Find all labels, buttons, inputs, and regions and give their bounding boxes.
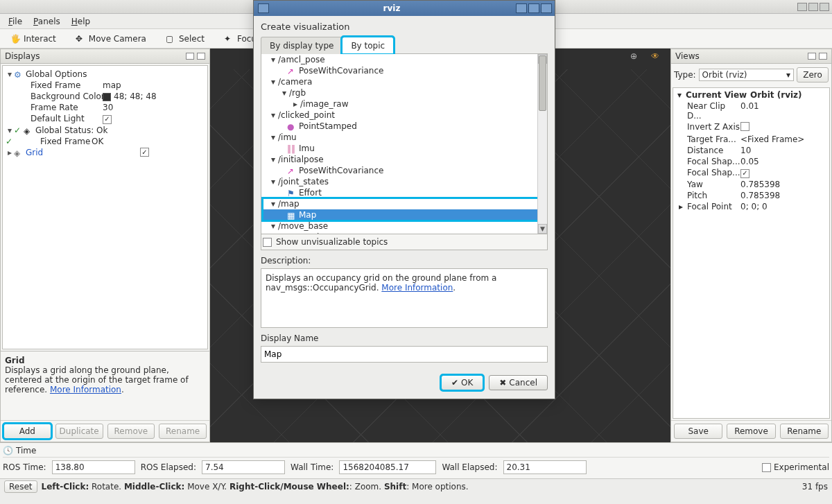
topic-initialpose[interactable]: /initialpose xyxy=(278,155,324,164)
focal-point-value[interactable]: 0; 0; 0 xyxy=(740,202,828,211)
views-panel-header: Views xyxy=(671,49,831,64)
display-name-input[interactable] xyxy=(261,346,548,363)
topic-clicked-point[interactable]: /clicked_point xyxy=(278,110,335,120)
fixed-frame-key: Fixed Frame xyxy=(6,80,103,90)
displays-title: Displays xyxy=(5,51,40,61)
experimental-check[interactable] xyxy=(762,463,771,472)
display-description: Grid Displays a grid along the ground pl… xyxy=(1,351,209,420)
bg-color-value[interactable]: 48; 48; 48 xyxy=(103,92,205,101)
target-frame-value[interactable]: <Fixed Frame> xyxy=(740,134,828,144)
topic-effort[interactable]: Effort xyxy=(299,188,322,198)
topic-map-type[interactable]: Map xyxy=(299,210,316,220)
views-save-button[interactable]: Save xyxy=(674,424,722,439)
eye-icon[interactable]: 👁 xyxy=(651,51,664,64)
topic-move-base[interactable]: /move_base xyxy=(278,221,328,231)
panel-close-icon[interactable] xyxy=(819,53,827,60)
dialog-titlebar[interactable]: rviz xyxy=(254,1,555,16)
topic-posewithcov2[interactable]: PoseWithCovariance xyxy=(299,166,383,175)
yaw-value[interactable]: 0.785398 xyxy=(740,180,828,189)
topic-imu[interactable]: /imu xyxy=(278,132,297,142)
yaw-key: Yaw xyxy=(675,180,740,189)
tab-by-display-type[interactable]: By display type xyxy=(261,37,343,54)
add-button[interactable]: Add xyxy=(3,424,51,439)
maximize-icon[interactable] xyxy=(808,3,818,11)
minimize-icon[interactable] xyxy=(797,3,807,11)
topic-image-raw[interactable]: /image_raw xyxy=(300,99,349,109)
move-camera-button[interactable]: ✥Move Camera xyxy=(69,31,153,46)
dialog-maximize-icon[interactable] xyxy=(528,3,539,13)
remove-button[interactable]: Remove xyxy=(107,424,155,439)
topic-amcl-pose[interactable]: /amcl_pose xyxy=(278,55,325,64)
select-button[interactable]: ▢Select xyxy=(159,31,211,46)
displays-tree[interactable]: ▾⚙Global Options Fixed Framemap Backgrou… xyxy=(2,65,208,349)
camera-preset-icon[interactable]: ⊕ xyxy=(630,51,643,64)
default-light-check[interactable]: ✓ xyxy=(103,114,205,124)
fixed-frame-value[interactable]: map xyxy=(103,80,205,90)
views-rename-button[interactable]: Rename xyxy=(780,424,829,439)
topic-imu-type[interactable]: Imu xyxy=(299,144,315,153)
rename-button[interactable]: Rename xyxy=(159,424,207,439)
ros-time-label: ROS Time: xyxy=(3,462,46,472)
focal-shape-fixed-check[interactable]: ✓ xyxy=(740,168,828,178)
wall-elapsed-value[interactable]: 20.31 xyxy=(503,460,587,474)
grid-item[interactable]: Grid xyxy=(26,148,43,157)
views-remove-button[interactable]: Remove xyxy=(727,424,775,439)
global-status[interactable]: Global Status: Ok xyxy=(35,125,108,135)
current-view-value: Orbit (rviz) xyxy=(750,90,828,100)
zero-button[interactable]: Zero xyxy=(797,67,829,82)
topic-posewithcov[interactable]: PoseWithCovariance xyxy=(299,66,383,76)
dialog-close-icon[interactable] xyxy=(541,3,552,13)
menu-help[interactable]: HelpHelp xyxy=(67,15,94,28)
panel-undock-icon[interactable] xyxy=(186,53,194,60)
topic-camera[interactable]: /camera xyxy=(278,77,312,87)
topic-pointstamped[interactable]: PointStamped xyxy=(299,121,357,131)
menu-panels[interactable]: PanelsPanels xyxy=(29,15,64,28)
wall-time-value[interactable]: 1568204085.17 xyxy=(339,460,436,474)
frame-rate-value[interactable]: 30 xyxy=(103,103,205,112)
interact-button[interactable]: 🖐Interact xyxy=(4,31,62,46)
topic-tree[interactable]: ▾/amcl_pose ↗PoseWithCovariance ▾/camera… xyxy=(261,54,548,234)
scroll-down-icon[interactable]: ▼ xyxy=(538,224,547,234)
ok-icon: ✔ xyxy=(451,378,458,388)
ros-time-value[interactable]: 138.80 xyxy=(52,460,135,474)
show-unvisualizable-check[interactable] xyxy=(263,238,272,247)
scroll-thumb[interactable] xyxy=(539,55,546,111)
fixed-frame-status-key: Fixed Frame xyxy=(15,137,92,146)
pitch-value[interactable]: 0.785398 xyxy=(740,191,828,200)
panel-close-icon[interactable] xyxy=(197,53,205,60)
menu-file[interactable]: FFileile xyxy=(4,15,26,28)
dialog-heading: Create visualization xyxy=(261,21,548,32)
duplicate-button[interactable]: Duplicate xyxy=(55,424,103,439)
current-view-key[interactable]: Current View xyxy=(684,90,750,100)
imu-icon: ‖‖ xyxy=(287,144,297,153)
statusbar: Reset Left-Click: Rotate. Middle-Click: … xyxy=(0,478,832,494)
grid-enable-check[interactable]: ✓ xyxy=(140,148,149,157)
focal-point-key[interactable]: Focal Point xyxy=(686,202,740,211)
topic-rgb[interactable]: /rgb xyxy=(289,88,306,98)
fixed-frame-status-value: OK xyxy=(92,137,205,146)
distance-value[interactable]: 10 xyxy=(740,146,828,155)
focal-shape-size-value[interactable]: 0.05 xyxy=(740,157,828,166)
views-tree[interactable]: ▾Current ViewOrbit (rviz) Near Clip D...… xyxy=(673,87,830,419)
scrollbar[interactable]: ▲ ▼ xyxy=(537,54,547,234)
cancel-button[interactable]: ✖Cancel xyxy=(489,375,548,390)
topic-dwa[interactable]: /DWAPlannerROS xyxy=(289,232,361,234)
dialog-minimize-icon[interactable] xyxy=(516,3,527,13)
more-info-link[interactable]: More Information xyxy=(50,385,121,394)
hand-icon: 🖐 xyxy=(10,34,20,44)
pitch-key: Pitch xyxy=(675,191,740,200)
view-type-select[interactable]: Orbit (rviz)▾ xyxy=(699,69,794,81)
close-icon[interactable] xyxy=(820,3,829,11)
topic-joint-states[interactable]: /joint_states xyxy=(278,177,329,186)
ros-elapsed-value[interactable]: 7.54 xyxy=(202,460,285,474)
invert-z-check[interactable] xyxy=(740,122,828,133)
near-clip-value[interactable]: 0.01 xyxy=(740,101,828,121)
tab-by-topic[interactable]: By topic xyxy=(342,37,394,54)
reset-button[interactable]: Reset xyxy=(4,480,37,493)
ok-button[interactable]: ✔OK xyxy=(441,375,483,390)
pose-icon: ↗ xyxy=(287,166,297,175)
global-options[interactable]: Global Options xyxy=(26,69,87,79)
panel-undock-icon[interactable] xyxy=(808,53,816,60)
dialog-more-info-link[interactable]: More Information xyxy=(381,283,453,293)
topic-map[interactable]: /map xyxy=(278,199,300,209)
